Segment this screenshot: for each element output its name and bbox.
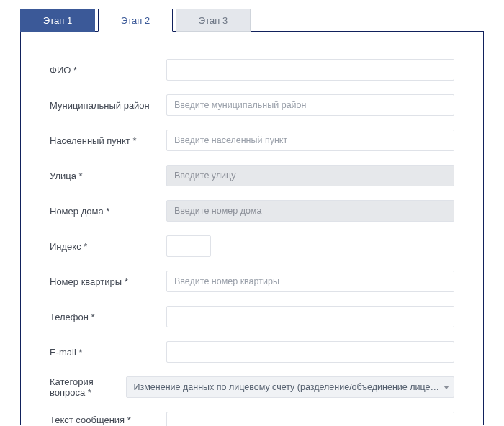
tab-stage3[interactable]: Этап 3: [176, 9, 251, 32]
input-district[interactable]: [166, 94, 454, 116]
label-house: Номер дома *: [50, 206, 166, 217]
textarea-message[interactable]: [166, 412, 454, 426]
label-zip: Индекс *: [50, 241, 166, 252]
input-zip[interactable]: [166, 235, 211, 257]
input-email[interactable]: [166, 341, 454, 363]
label-phone: Телефон *: [50, 312, 166, 322]
input-apt[interactable]: [166, 271, 454, 292]
input-phone[interactable]: [166, 306, 454, 327]
input-street[interactable]: [166, 165, 454, 186]
tabs: Этап 1 Этап 2 Этап 3: [20, 9, 484, 32]
label-message: Текст сообщения *: [50, 412, 166, 425]
select-category[interactable]: Изменение данных по лицевому счету (разд…: [126, 376, 454, 398]
input-fio[interactable]: [166, 59, 454, 81]
label-fio: ФИО *: [50, 65, 166, 76]
input-house[interactable]: [166, 200, 454, 222]
tab-stage1[interactable]: Этап 1: [20, 9, 95, 32]
select-category-value: Изменение данных по лицевому счету (разд…: [134, 382, 439, 392]
form-panel: ФИО * Муниципальный район Населенный пун…: [20, 31, 484, 425]
input-city[interactable]: [166, 130, 454, 151]
label-apt: Номер квартиры *: [50, 276, 166, 287]
label-city: Населенный пункт *: [50, 135, 166, 146]
label-street: Улица *: [50, 171, 166, 181]
label-category: Категория вопроса *: [50, 376, 126, 398]
label-district: Муниципальный район: [50, 100, 166, 111]
label-email: E-mail *: [50, 347, 166, 358]
tab-stage2[interactable]: Этап 2: [98, 9, 173, 32]
chevron-down-icon: [444, 386, 449, 389]
